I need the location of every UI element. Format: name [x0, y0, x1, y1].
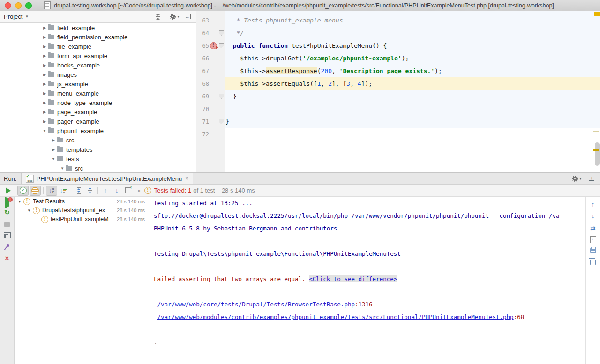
code-line-69[interactable]: } [225, 90, 600, 103]
console-link[interactable]: /var/www/web/core/tests/Drupal/Tests/Bro… [158, 301, 355, 308]
restore-layout-button[interactable] [0, 232, 14, 238]
test-tree-row[interactable]: ▼!Drupal\Tests\phpunit_ex28 s 140 ms [15, 206, 147, 215]
code-line-70[interactable] [225, 103, 600, 115]
chevron-right-icon[interactable]: ▶ [41, 101, 48, 105]
gutter-line-70[interactable]: 70 [196, 103, 225, 115]
tree-item-file_example[interactable]: ▶file_example [0, 42, 196, 51]
editor-scrollbar[interactable] [595, 142, 600, 166]
rerun-failed-tests-button[interactable]: ! [0, 199, 14, 206]
hide-panel-icon[interactable]: ← [185, 14, 191, 19]
warning-stripe-mark[interactable] [593, 131, 599, 132]
tree-item-node_type_example[interactable]: ▶node_type_example [0, 98, 196, 107]
collapse-all-icon[interactable] [156, 14, 160, 20]
chevron-right-icon[interactable]: ▶ [41, 119, 48, 124]
tree-item-phpunit_example[interactable]: ▼phpunit_example [0, 126, 196, 135]
tree-item-src[interactable]: ▶src [0, 135, 196, 145]
chevron-down-icon[interactable]: ▼ [16, 200, 23, 204]
stop-button[interactable] [0, 222, 14, 227]
tree-item-hooks_example[interactable]: ▶hooks_example [0, 60, 196, 70]
chevron-right-icon[interactable]: ▶ [41, 73, 48, 77]
minimize-panel-icon[interactable]: ↓ [589, 176, 594, 181]
close-panel-button[interactable]: × [0, 255, 14, 261]
code-line-64[interactable]: */ [225, 27, 600, 39]
gutter-line-66[interactable]: 66 [196, 52, 225, 65]
error-stripe-indicator[interactable] [594, 12, 600, 16]
window-zoom-icon[interactable] [25, 2, 32, 9]
project-settings-button[interactable]: ▼ [170, 14, 180, 20]
code-line-66[interactable]: $this->drupalGet('/examples/phpunit-exam… [225, 52, 600, 65]
tree-item-images[interactable]: ▶images [0, 70, 196, 79]
console-link[interactable]: <Click to see difference> [309, 275, 397, 282]
up-the-stack-trace-button[interactable]: ↑ [586, 201, 600, 208]
code-line-71[interactable]: } [225, 115, 600, 128]
collapse-all-button[interactable] [85, 186, 95, 195]
chevron-right-icon[interactable]: ▶ [50, 138, 57, 142]
chevron-right-icon[interactable]: ▶ [41, 110, 48, 114]
print-button[interactable] [586, 247, 600, 253]
gutter-line-68[interactable]: 68 [196, 77, 225, 90]
soft-wrap-button[interactable]: ⇄ [586, 225, 600, 232]
chevron-down-icon[interactable]: ▼ [41, 129, 48, 133]
chevron-down-icon[interactable]: ▼ [26, 208, 32, 213]
sort-by-duration-button[interactable]: ↓ [58, 186, 68, 195]
show-ignored-toggle[interactable] [30, 186, 41, 196]
chevron-down-icon[interactable]: ▼ [25, 15, 29, 19]
tree-item-menu_example[interactable]: ▶menu_example [0, 89, 196, 98]
gutter-line-65[interactable]: 65! [196, 39, 225, 52]
clear-all-button[interactable] [586, 258, 600, 265]
gutter-line-71[interactable]: 71 [196, 115, 225, 128]
console-output[interactable]: Testing started at 13:25 ...sftp://docke… [147, 197, 586, 364]
fold-marker-icon[interactable] [219, 30, 224, 36]
chevron-right-icon[interactable]: ▶ [41, 82, 48, 86]
import-test-results-button[interactable] [123, 186, 133, 195]
gutter-line-72[interactable]: 72 [196, 128, 225, 141]
fold-marker-icon[interactable] [219, 43, 224, 48]
window-minimize-icon[interactable] [15, 2, 22, 9]
down-the-stack-trace-button[interactable]: ↓ [586, 212, 600, 220]
code-line-72[interactable] [225, 128, 600, 141]
tree-item-src[interactable]: ▼src [0, 163, 196, 172]
console-link[interactable]: /var/www/web/modules/contrib/examples/ph… [158, 313, 514, 320]
tree-item-templates[interactable]: ▶templates [0, 145, 196, 154]
chevron-down-icon[interactable]: ▼ [59, 166, 66, 171]
gutter-line-63[interactable]: 63 [196, 14, 225, 27]
run-settings-button[interactable]: ▼ [572, 176, 582, 182]
toolbar-overflow-chevrons[interactable]: » [137, 187, 141, 194]
chevron-down-icon[interactable]: ▼ [50, 157, 57, 161]
code-editor[interactable]: 636465!66676869707172 * Tests phpunit_ex… [196, 11, 600, 172]
rerun-button[interactable] [3, 186, 13, 195]
tree-item-tests[interactable]: ▼tests [0, 154, 196, 163]
code-line-67[interactable]: $this->assertResponse(200, 'Description … [225, 65, 600, 77]
window-close-icon[interactable] [5, 2, 11, 9]
test-tree-row[interactable]: !testPhpUnitExampleM28 s 140 ms [15, 215, 147, 223]
code-line-63[interactable]: * Tests phpunit_example menus. [225, 14, 600, 27]
warning-stripe-mark[interactable] [593, 149, 599, 151]
scroll-to-end-button[interactable] [586, 236, 600, 243]
tree-item-field_example[interactable]: ▶field_example [0, 23, 196, 32]
previous-failed-test-button[interactable]: ↑ [100, 186, 111, 195]
project-panel-header[interactable]: Project ▼ ▼ ← [0, 11, 196, 23]
gutter-line-64[interactable]: 64 [196, 27, 225, 39]
chevron-right-icon[interactable]: ▶ [41, 63, 48, 67]
chevron-right-icon[interactable]: ▶ [41, 45, 48, 49]
chevron-right-icon[interactable]: ▶ [41, 91, 48, 96]
show-passed-toggle[interactable]: ✓ [17, 186, 29, 196]
tree-item-js_example[interactable]: ▶js_example [0, 79, 196, 89]
tree-item-page_example[interactable]: ▶page_example [0, 107, 196, 117]
chevron-right-icon[interactable]: ▶ [41, 54, 48, 58]
close-tab-icon[interactable]: × [185, 176, 188, 181]
pin-tab-button[interactable] [0, 244, 14, 250]
gutter-line-69[interactable]: 69 [196, 90, 225, 103]
code-line-68[interactable]: $this->assertEquals([1, 2], [3, 4]); [225, 77, 600, 90]
gutter-line-67[interactable]: 67 [196, 65, 225, 77]
expand-all-button[interactable] [74, 186, 84, 195]
next-failed-test-button[interactable]: ↓ [112, 186, 122, 195]
test-tree-row[interactable]: ▼!Test Results28 s 140 ms [15, 197, 147, 206]
test-failed-gutter-icon[interactable]: ! [210, 42, 217, 49]
fold-marker-icon[interactable] [219, 94, 224, 99]
chevron-right-icon[interactable]: ▶ [41, 35, 48, 39]
tree-item-pager_example[interactable]: ▶pager_example [0, 117, 196, 126]
toggle-auto-test-button[interactable]: ↻ [0, 209, 14, 215]
chevron-right-icon[interactable]: ▶ [50, 148, 57, 152]
tree-item-field_permission_example[interactable]: ▶field_permission_example [0, 32, 196, 42]
